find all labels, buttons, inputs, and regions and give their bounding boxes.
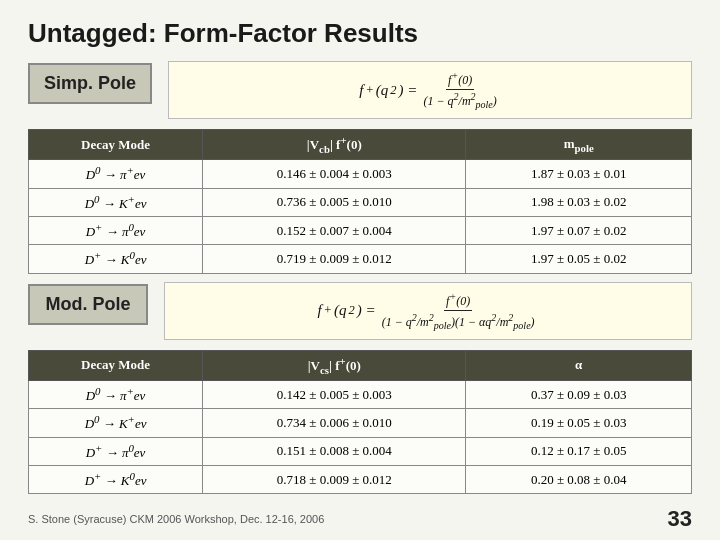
- decay-mode-cell: D+ → K0eν: [29, 245, 203, 273]
- table-row: D0 → π+eν 0.146 ± 0.004 ± 0.003 1.87 ± 0…: [29, 160, 692, 188]
- decay-mode-cell: D+ → π0eν: [29, 216, 203, 244]
- mod-pole-table: Decay Mode |Vcs| f+(0) α D0 → π+eν 0.142…: [28, 350, 692, 494]
- footer-citation: S. Stone (Syracuse) CKM 2006 Workshop, D…: [28, 513, 324, 525]
- table-row: D+ → π0eν 0.152 ± 0.007 ± 0.004 1.97 ± 0…: [29, 216, 692, 244]
- mod-col-header-vcs: |Vcs| f+(0): [203, 351, 466, 381]
- alpha-cell: 0.37 ± 0.09 ± 0.03: [466, 380, 692, 408]
- page-number: 33: [668, 506, 692, 532]
- mpole-cell: 1.97 ± 0.07 ± 0.02: [466, 216, 692, 244]
- decay-mode-cell: D0 → K+eν: [29, 188, 203, 216]
- simp-col-header-decay: Decay Mode: [29, 130, 203, 160]
- mod-col-header-alpha: α: [466, 351, 692, 381]
- mpole-cell: 1.98 ± 0.03 ± 0.02: [466, 188, 692, 216]
- simp-pole-label: Simp. Pole: [28, 63, 152, 104]
- vcs-cell: 0.142 ± 0.005 ± 0.003: [203, 380, 466, 408]
- mpole-cell: 1.87 ± 0.03 ± 0.01: [466, 160, 692, 188]
- decay-mode-cell: D+ → π0eν: [29, 437, 203, 465]
- vcs-cell: 0.151 ± 0.008 ± 0.004: [203, 437, 466, 465]
- mod-col-header-decay: Decay Mode: [29, 351, 203, 381]
- vcb-cell: 0.736 ± 0.005 ± 0.010: [203, 188, 466, 216]
- vcb-cell: 0.146 ± 0.004 ± 0.003: [203, 160, 466, 188]
- mpole-cell: 1.97 ± 0.05 ± 0.02: [466, 245, 692, 273]
- vcs-cell: 0.718 ± 0.009 ± 0.012: [203, 465, 466, 493]
- mod-pole-section: Mod. Pole f+(q2) = f+(0) (1 − q2/m2pole)…: [28, 282, 692, 340]
- simp-col-header-mpole: mpole: [466, 130, 692, 160]
- simp-pole-section: Simp. Pole f+(q2) = f+(0) (1 − q2/m2pole…: [28, 61, 692, 119]
- decay-mode-cell: D0 → π+eν: [29, 160, 203, 188]
- vcs-cell: 0.734 ± 0.006 ± 0.010: [203, 409, 466, 437]
- simp-pole-formula: f+(q2) = f+(0) (1 − q2/m2pole): [168, 61, 692, 119]
- vcb-cell: 0.152 ± 0.007 ± 0.004: [203, 216, 466, 244]
- mod-pole-formula: f+(q2) = f+(0) (1 − q2/m2pole)(1 − αq2/m…: [164, 282, 692, 340]
- decay-mode-cell: D0 → π+eν: [29, 380, 203, 408]
- alpha-cell: 0.19 ± 0.05 ± 0.03: [466, 409, 692, 437]
- decay-mode-cell: D+ → K0eν: [29, 465, 203, 493]
- decay-mode-cell: D0 → K+eν: [29, 409, 203, 437]
- vcb-cell: 0.719 ± 0.009 ± 0.012: [203, 245, 466, 273]
- table-row: D+ → K0eν 0.718 ± 0.009 ± 0.012 0.20 ± 0…: [29, 465, 692, 493]
- footer: S. Stone (Syracuse) CKM 2006 Workshop, D…: [28, 506, 692, 532]
- slide: Untagged: Form-Factor Results Simp. Pole…: [0, 0, 720, 540]
- table-row: D0 → π+eν 0.142 ± 0.005 ± 0.003 0.37 ± 0…: [29, 380, 692, 408]
- alpha-cell: 0.20 ± 0.08 ± 0.04: [466, 465, 692, 493]
- table-row: D0 → K+eν 0.734 ± 0.006 ± 0.010 0.19 ± 0…: [29, 409, 692, 437]
- simp-pole-table: Decay Mode |Vcb| f+(0) mpole D0 → π+eν 0…: [28, 129, 692, 273]
- table-row: D+ → K0eν 0.719 ± 0.009 ± 0.012 1.97 ± 0…: [29, 245, 692, 273]
- mod-pole-label: Mod. Pole: [28, 284, 148, 325]
- table-row: D+ → π0eν 0.151 ± 0.008 ± 0.004 0.12 ± 0…: [29, 437, 692, 465]
- table-row: D0 → K+eν 0.736 ± 0.005 ± 0.010 1.98 ± 0…: [29, 188, 692, 216]
- page-title: Untagged: Form-Factor Results: [28, 18, 692, 49]
- alpha-cell: 0.12 ± 0.17 ± 0.05: [466, 437, 692, 465]
- simp-col-header-vcb: |Vcb| f+(0): [203, 130, 466, 160]
